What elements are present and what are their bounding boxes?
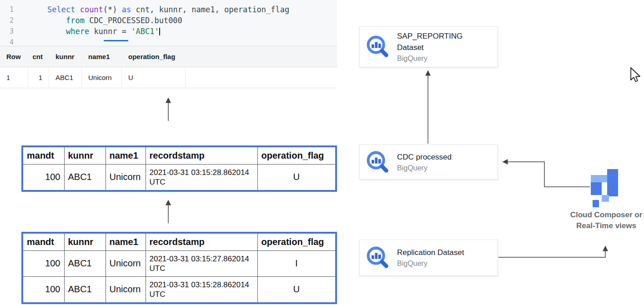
data-table: mandtkunnrname1recordstampoperation_flag… <box>23 234 335 302</box>
composer-label: Cloud Composer or Real-Time views <box>561 210 644 231</box>
column-header: name1 <box>106 234 146 250</box>
table-row: 100ABC1Unicorn2021-03-31 03:15:28.862014… <box>23 276 335 302</box>
column-header: mandt <box>23 234 64 250</box>
table-cell: 100 <box>23 250 64 276</box>
text-caret <box>159 28 160 35</box>
code-token: from <box>66 16 85 25</box>
code-token: Select <box>47 5 80 14</box>
arrow-replication-to-composer <box>498 246 605 257</box>
card-subtitle: BigQuery <box>397 53 463 64</box>
card-text: CDC processed BigQuery <box>397 151 452 173</box>
cloud-composer-icon <box>590 169 620 208</box>
results-cell: U <box>122 67 186 88</box>
results-header-cell: name1 <box>82 46 122 67</box>
table-cell: 2021-03-31 03:15:28.862014 UTC <box>146 276 257 302</box>
table-cell: Unicorn <box>106 276 146 302</box>
line-number: 2 <box>0 15 14 26</box>
code-token <box>47 27 66 36</box>
column-header: kunnr <box>64 147 106 164</box>
table-cell: I <box>257 250 335 276</box>
results-header-cell: cnt <box>28 46 49 67</box>
table-header-row: mandtkunnrname1recordstampoperation_flag <box>23 147 335 164</box>
card-title: SAP_REPORTING Dataset <box>397 30 463 53</box>
column-header: kunnr <box>64 234 106 250</box>
table-header-row: mandtkunnrname1recordstampoperation_flag <box>23 234 335 250</box>
table-cell: ABC1 <box>64 276 106 302</box>
column-header: operation_flag <box>257 234 335 250</box>
table-cell: U <box>257 276 335 302</box>
column-header: recordstamp <box>146 234 257 250</box>
table-cell: Unicorn <box>106 250 146 276</box>
code-token: kunnr = <box>89 27 131 36</box>
mouse-cursor-icon <box>630 67 641 83</box>
editor-blue-underline <box>104 40 128 41</box>
results-header-cell <box>186 46 337 67</box>
card-text: Replication Dataset BigQuery <box>397 247 464 269</box>
table-cell: 2021-03-31 03:15:28.862014 UTC <box>146 164 257 190</box>
data-table: mandtkunnrname1recordstampoperation_flag… <box>23 147 335 190</box>
sql-editor[interactable]: 1Select count(*) as cnt, kunnr, name1, o… <box>0 0 337 46</box>
bigquery-icon <box>365 150 391 175</box>
table-cell: U <box>257 164 335 190</box>
code-line: Select count(*) as cnt, kunnr, name1, op… <box>47 4 289 15</box>
code-line: where kunnr = 'ABC1' <box>47 26 160 37</box>
card-subtitle: BigQuery <box>397 258 464 269</box>
bigquery-icon <box>365 34 391 60</box>
column-header: mandt <box>23 147 64 164</box>
card-text: SAP_REPORTING Dataset BigQuery <box>397 30 463 64</box>
card-sap-reporting: SAP_REPORTING Dataset BigQuery <box>359 26 498 67</box>
column-header: name1 <box>106 147 146 164</box>
column-header: recordstamp <box>146 147 257 164</box>
replication-dataset-table: mandtkunnrname1recordstampoperation_flag… <box>21 232 337 304</box>
bigquery-icon <box>365 245 391 270</box>
card-title: Replication Dataset <box>397 247 464 258</box>
arrow-composer-to-cdc <box>503 162 590 187</box>
results-header-row: Rowcntkunnrname1operation_flag <box>0 46 337 67</box>
table-cell: ABC1 <box>64 250 106 276</box>
card-cdc-processed: CDC processed BigQuery <box>359 145 498 180</box>
results-cell: 1 <box>0 67 28 88</box>
table-cell: 100 <box>23 164 64 190</box>
table-cell: ABC1 <box>64 164 106 190</box>
results-cell <box>186 67 337 88</box>
table-cell: 2021-03-31 03:15:27.862014 UTC <box>146 250 257 276</box>
code-token: 'ABC1' <box>131 27 159 36</box>
code-token: cnt, kunnr, name1, operation_flag <box>131 5 289 14</box>
table-row: 100ABC1Unicorn2021-03-31 03:15:28.862014… <box>23 164 335 190</box>
table-row: 100ABC1Unicorn2021-03-31 03:15:27.862014… <box>23 250 335 276</box>
line-number: 4 <box>0 37 14 46</box>
results-header-cell: operation_flag <box>122 46 186 67</box>
results-cell: Unicorn <box>82 67 122 88</box>
query-results-table: Rowcntkunnrname1operation_flag11ABC1Unic… <box>0 46 337 88</box>
code-token <box>47 16 66 25</box>
sql-editor-lines: 1Select count(*) as cnt, kunnr, name1, o… <box>0 4 337 46</box>
card-title: CDC processed <box>397 151 452 163</box>
line-number: 1 <box>0 4 14 15</box>
editor-line: 1Select count(*) as cnt, kunnr, name1, o… <box>0 4 337 15</box>
card-replication-dataset: Replication Dataset BigQuery <box>359 240 498 276</box>
results-row: 11ABC1UnicornU <box>0 67 337 88</box>
line-number: 3 <box>0 26 14 37</box>
code-token: count <box>80 5 103 14</box>
results-header-cell: Row <box>0 46 28 67</box>
results-cell: ABC1 <box>49 67 82 88</box>
page: { "colors": { "table_border_blue": "#447… <box>0 0 644 305</box>
results-cell: 1 <box>28 67 49 88</box>
code-token: where <box>66 27 89 36</box>
column-header: operation_flag <box>257 147 335 164</box>
card-subtitle: BigQuery <box>397 163 452 173</box>
results-header-cell: kunnr <box>49 46 82 67</box>
cdc-processed-table: mandtkunnrname1recordstampoperation_flag… <box>21 145 337 192</box>
code-line: from CDC_PROCESSED.but000 <box>47 15 182 26</box>
table-cell: 100 <box>23 276 64 302</box>
editor-line: 3 where kunnr = 'ABC1' <box>0 26 337 37</box>
code-token: as <box>122 5 131 14</box>
editor-line: 2 from CDC_PROCESSED.but000 <box>0 15 337 26</box>
table-cell: Unicorn <box>106 164 146 190</box>
code-token: (*) <box>103 5 122 14</box>
code-token: CDC_PROCESSED.but000 <box>85 16 182 25</box>
editor-line: 4 <box>0 37 337 46</box>
